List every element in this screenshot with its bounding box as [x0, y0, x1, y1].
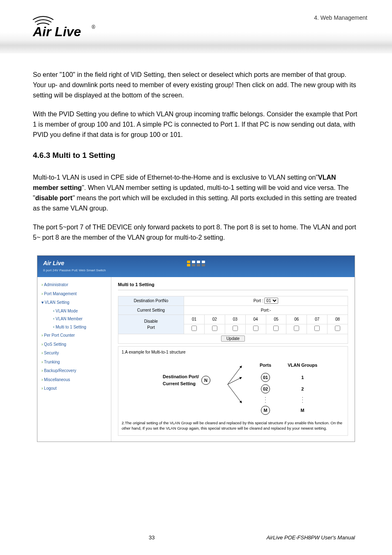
diagram-dest-label: Destination Port/ Current Setting N [163, 373, 210, 387]
svg-text:®: ® [92, 24, 95, 30]
manual-title: AirLive POE-FSH8PW User's Manual [266, 534, 355, 541]
led-panel-icon [187, 261, 205, 266]
example-box: 1.A example for Multi-to-1 structure Des… [118, 346, 348, 436]
diagram-groups-head: VLAN Groups [288, 362, 317, 369]
paragraph-2: With the PVID Setting you define to whic… [33, 109, 359, 140]
nav-security[interactable]: Security [42, 349, 111, 358]
port-checkbox-07[interactable] [314, 326, 320, 331]
dest-port-label: Destination PortNo [118, 296, 184, 306]
port-header-06: 06 [286, 315, 307, 324]
diagram-group-1: 1 [301, 373, 304, 382]
nav-multi-to-1[interactable]: Multi to 1 Setting [53, 323, 111, 331]
page-header: Air Live ® 4. Web Management [0, 0, 392, 53]
port-checkbox-08[interactable] [335, 326, 340, 331]
port-header-01: 01 [184, 315, 205, 324]
diagram-port-m: M [261, 406, 270, 415]
page-footer: 33 AirLive POE-FSH8PW User's Manual [0, 534, 392, 541]
nav-port-management[interactable]: Port Management [42, 289, 111, 298]
nav-vlan-member[interactable]: VLAN Member [53, 315, 111, 323]
port-header-08: 08 [327, 315, 348, 324]
nav-logout[interactable]: Logout [42, 384, 111, 393]
paragraph-1: So enter "100" in the field right of VID… [33, 70, 359, 100]
paragraph-4: The port 5~port 7 of THE DEVICE only for… [33, 222, 359, 243]
update-button[interactable]: Update [221, 335, 245, 342]
dots-icon: ··· [265, 396, 266, 403]
sidebar-nav: Administrator Port Management VLAN Setti… [37, 277, 111, 442]
current-setting-row: Current Setting Port:- [118, 305, 348, 315]
main-panel: Multi to 1 Setting Destination PortNo Po… [111, 277, 355, 442]
screenshot-header: Air Live 8 port 24V Passive PoE Web Smar… [37, 256, 355, 277]
port-checkbox-06[interactable] [294, 326, 299, 331]
nav-per-port-counter[interactable]: Per Port Counter [42, 331, 111, 340]
nav-trunking[interactable]: Trunking [42, 358, 111, 367]
airlive-logo: Air Live ® [31, 8, 97, 41]
diagram-arrows-icon [227, 362, 243, 407]
port-checkbox-03[interactable] [233, 326, 238, 331]
disable-port-label: Disable Port [118, 315, 184, 334]
svg-line-2 [228, 366, 242, 384]
nav-backup-recovery[interactable]: Backup/Recovery [42, 366, 111, 375]
document-body: So enter "100" in the field right of VID… [0, 53, 392, 442]
screenshot-logo: Air Live [43, 259, 64, 268]
diagram-groups-col: VLAN Groups 1 2 ··· M [288, 362, 317, 415]
port-checkbox-01[interactable] [191, 326, 197, 331]
port-label: Port : [254, 298, 263, 303]
dots-icon: ··· [302, 396, 303, 403]
diagram-node-n: N [201, 376, 210, 385]
disable-port-label-row: Disable Port 01 02 03 04 05 06 07 08 [118, 315, 348, 324]
port-select[interactable]: 01 [264, 298, 278, 304]
breadcrumb: 4. Web Management [314, 14, 367, 21]
nav-miscellaneous[interactable]: Miscellaneous [42, 375, 111, 384]
port-header-03: 03 [225, 315, 245, 324]
nav-qos-setting[interactable]: QoS Setting [42, 340, 111, 349]
port-header-02: 02 [204, 315, 225, 324]
svg-text:Air Live: Air Live [32, 24, 81, 39]
divider [118, 290, 348, 290]
port-checkbox-04[interactable] [253, 326, 258, 331]
example-caption: 1.A example for Multi-to-1 structure [122, 349, 344, 356]
screenshot-subtitle: 8 port 24V Passive PoE Web Smart Switch [43, 268, 106, 273]
diagram-port-02: 02 [261, 384, 270, 393]
section-heading: 4.6.3 Multi to 1 Setting [33, 149, 359, 161]
svg-line-4 [228, 384, 242, 403]
diagram-group-m: M [301, 406, 304, 415]
svg-line-3 [228, 377, 242, 384]
port-header-05: 05 [266, 315, 286, 324]
nav-vlan-setting[interactable]: VLAN Setting [42, 298, 111, 307]
port-checkbox-05[interactable] [273, 326, 279, 331]
example-note: 2.The original setting of the VLAN Group… [122, 421, 344, 431]
diagram-ports-head: Ports [260, 362, 271, 369]
diagram-ports-col: Ports 01 02 ··· M [260, 362, 271, 415]
current-setting-label: Current Setting [118, 305, 184, 315]
page-number: 33 [149, 534, 154, 541]
nav-administrator[interactable]: Administrator [42, 280, 111, 289]
port-checkbox-02[interactable] [212, 326, 217, 331]
main-title: Multi to 1 Setting [118, 281, 348, 288]
dest-port-row: Destination PortNo Port : 01 [118, 296, 348, 306]
diagram-group-2: 2 [301, 384, 304, 393]
port-header-07: 07 [307, 315, 327, 324]
update-row: Update [118, 334, 348, 344]
diagram-port-01: 01 [261, 373, 270, 382]
nav-vlan-mode[interactable]: VLAN Mode [53, 307, 111, 315]
current-setting-value: Port:- [184, 305, 348, 315]
port-header-04: 04 [245, 315, 266, 324]
diagram: Destination Port/ Current Setting N [122, 359, 344, 421]
config-table: Destination PortNo Port : 01 Current Set… [118, 296, 348, 344]
paragraph-3: Multi-to-1 VLAN is used in CPE side of E… [33, 173, 359, 213]
dest-port-cell: Port : 01 [184, 296, 348, 306]
web-ui-screenshot: Air Live 8 port 24V Passive PoE Web Smar… [37, 255, 355, 442]
